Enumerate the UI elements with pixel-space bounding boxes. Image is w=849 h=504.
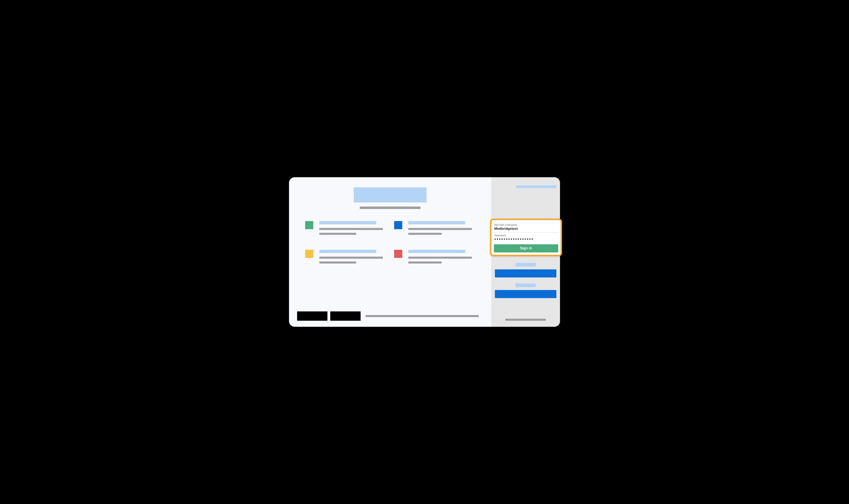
tile-title-placeholder bbox=[408, 250, 465, 253]
footer-button-2[interactable] bbox=[330, 311, 361, 321]
password-label: Password bbox=[494, 234, 558, 237]
sidebar-primary-button-1[interactable] bbox=[495, 269, 556, 277]
feature-tile[interactable] bbox=[305, 250, 386, 266]
feature-tile[interactable] bbox=[394, 250, 475, 266]
sidebar-group-1 bbox=[495, 263, 556, 277]
tile-text-placeholder bbox=[319, 257, 383, 259]
footer-button-1[interactable] bbox=[297, 311, 327, 321]
username-label: MyChart Username bbox=[494, 223, 558, 226]
sidebar-subheading-placeholder bbox=[516, 284, 536, 287]
tile-body bbox=[319, 250, 386, 266]
username-field[interactable]: MyChart Username Medbridgetest bbox=[494, 222, 558, 233]
sidebar-group-2 bbox=[495, 284, 556, 298]
tile-title-placeholder bbox=[408, 221, 465, 224]
main-footer bbox=[297, 307, 483, 321]
footer-text-placeholder bbox=[365, 315, 479, 317]
tile-text-placeholder bbox=[319, 262, 356, 264]
tile-text-placeholder bbox=[319, 228, 383, 230]
login-highlight-wrap: MyChart Username Medbridgetest Password … bbox=[490, 219, 562, 256]
tile-icon-yellow bbox=[305, 250, 313, 258]
hero-banner-placeholder bbox=[354, 187, 427, 202]
app-window: MyChart Username Medbridgetest Password … bbox=[289, 177, 560, 327]
sidebar: MyChart Username Medbridgetest Password … bbox=[491, 177, 560, 327]
tile-icon-green bbox=[305, 221, 313, 229]
tile-title-placeholder bbox=[319, 250, 376, 253]
tile-text-placeholder bbox=[408, 262, 442, 264]
username-value: Medbridgetest bbox=[494, 227, 558, 231]
tile-icon-blue bbox=[394, 221, 402, 229]
feature-tile[interactable] bbox=[305, 221, 386, 238]
tile-text-placeholder bbox=[408, 228, 472, 230]
tile-body bbox=[408, 250, 475, 266]
feature-tiles bbox=[297, 221, 483, 266]
password-value-masked: ●●●●●●●●●●●●●●●●● bbox=[494, 237, 558, 241]
sidebar-top-link-placeholder[interactable] bbox=[516, 185, 556, 188]
tile-text-placeholder bbox=[319, 233, 356, 235]
password-field[interactable]: Password ●●●●●●●●●●●●●●●●● bbox=[494, 233, 558, 242]
sidebar-footer-placeholder bbox=[505, 319, 546, 321]
sign-in-button[interactable]: Sign in bbox=[494, 244, 558, 252]
tile-body bbox=[408, 221, 475, 238]
sidebar-subheading-placeholder bbox=[516, 263, 536, 267]
hero-section bbox=[297, 187, 483, 209]
tile-body bbox=[319, 221, 386, 238]
hero-subtitle-placeholder bbox=[360, 206, 420, 209]
tile-title-placeholder bbox=[319, 221, 376, 224]
sidebar-primary-button-2[interactable] bbox=[495, 290, 556, 298]
tile-icon-red bbox=[394, 250, 402, 258]
feature-tile[interactable] bbox=[394, 221, 475, 238]
login-card: MyChart Username Medbridgetest Password … bbox=[490, 219, 562, 256]
tile-text-placeholder bbox=[408, 257, 472, 259]
tile-text-placeholder bbox=[408, 233, 442, 235]
main-content bbox=[289, 177, 491, 327]
